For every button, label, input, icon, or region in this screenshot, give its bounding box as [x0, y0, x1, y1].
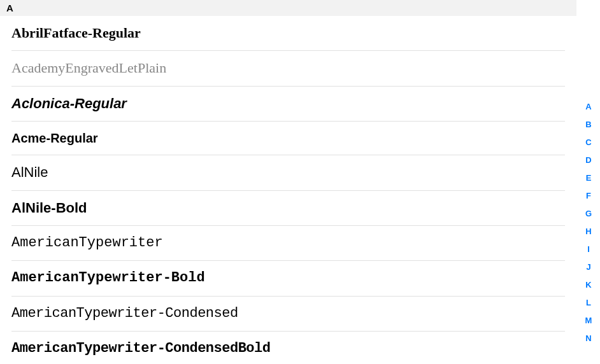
- font-item[interactable]: AmericanTypewriter: [11, 226, 565, 261]
- font-item[interactable]: AcademyEngravedLetPlain: [11, 51, 565, 86]
- font-item[interactable]: AbrilFatface-Regular: [11, 16, 565, 51]
- alpha-index-f[interactable]: F: [581, 191, 596, 200]
- alpha-index-e[interactable]: E: [581, 173, 596, 183]
- section-header-a: A: [0, 0, 576, 16]
- font-item[interactable]: AlNile-Bold: [11, 191, 565, 226]
- font-item[interactable]: AmericanTypewriter-Bold: [11, 261, 565, 296]
- font-item[interactable]: Aclonica-Regular: [11, 87, 565, 122]
- font-list: AbrilFatface-Regular AcademyEngravedLetP…: [0, 16, 576, 364]
- alpha-index-c[interactable]: C: [581, 137, 596, 147]
- font-item[interactable]: Acme-Regular: [11, 122, 565, 155]
- font-item[interactable]: AlNile: [11, 155, 565, 190]
- alpha-index-i[interactable]: I: [581, 244, 596, 254]
- alpha-index-g[interactable]: G: [581, 209, 596, 218]
- alpha-index-l[interactable]: L: [581, 298, 596, 307]
- alpha-index-h[interactable]: H: [581, 227, 596, 236]
- font-item[interactable]: AmericanTypewriter-Condensed: [11, 297, 565, 332]
- alpha-index-d[interactable]: D: [581, 155, 596, 165]
- font-item[interactable]: AmericanTypewriter-CondensedBold: [11, 332, 565, 364]
- alpha-index-j[interactable]: J: [581, 262, 596, 272]
- alpha-index-m[interactable]: M: [581, 316, 596, 325]
- alpha-index-b[interactable]: B: [581, 120, 596, 129]
- alpha-index-n[interactable]: N: [581, 333, 596, 343]
- alpha-index: A B C D E F G H I J K L M N: [581, 102, 596, 343]
- alpha-index-k[interactable]: K: [581, 280, 596, 290]
- alpha-index-a[interactable]: A: [581, 102, 596, 111]
